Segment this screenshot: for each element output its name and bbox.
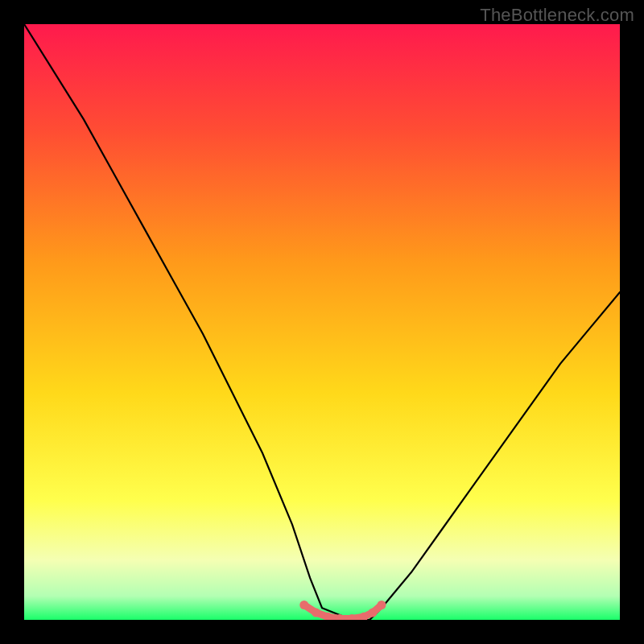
gradient-background bbox=[24, 24, 620, 620]
plot-area bbox=[24, 24, 620, 620]
chart-svg bbox=[24, 24, 620, 620]
watermark-text: TheBottleneck.com bbox=[480, 5, 634, 26]
chart-frame: TheBottleneck.com bbox=[0, 0, 644, 644]
bottom-marker-dot bbox=[312, 609, 320, 617]
bottom-marker-dot bbox=[378, 601, 386, 609]
bottom-marker-dot bbox=[299, 601, 308, 609]
bottom-marker-dot bbox=[368, 609, 377, 617]
